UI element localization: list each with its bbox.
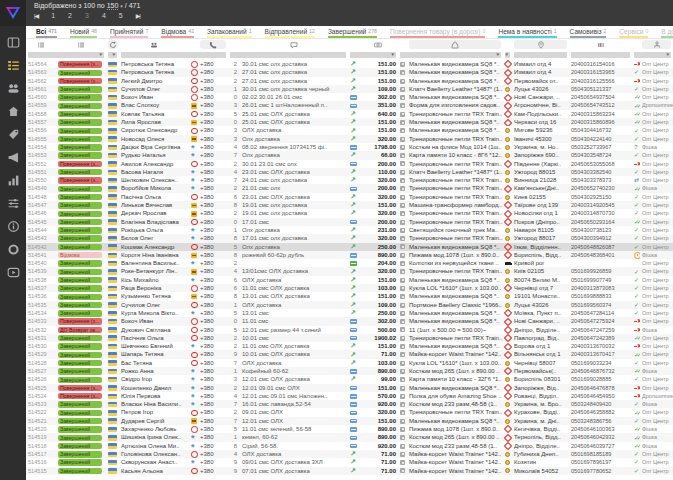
tab-Новий[interactable]: Новий48	[70, 26, 97, 38]
tab-Всі[interactable]: Всі471	[36, 26, 57, 38]
first-page-button[interactable]: |◀	[34, 12, 38, 19]
order-row[interactable]: 514522ЗавершенийПетров Ігор+380209.01 см…	[26, 408, 673, 416]
order-row[interactable]: 514525Повернення (з...Кошеленко Данил*+3…	[26, 384, 673, 392]
order-row[interactable]: 514519ЗавершенийШишкіна Ірина Олек..*+38…	[26, 433, 673, 441]
order-row[interactable]: 514554ЗавершенийДацюк Віра Сергіївна*+38…	[26, 143, 673, 151]
order-row[interactable]: 514515ЗавершенийКасьян Альона+380907.01 …	[26, 467, 673, 475]
page-button-2[interactable]: 2	[68, 12, 72, 19]
order-row[interactable]: 514535ЗавершенийСучилов Олег+3801ОЛХ дос…	[26, 301, 673, 309]
order-row[interactable]: 514562Повернення (з...Легкий Дмитро+3802…	[26, 77, 673, 85]
filter-input[interactable]	[121, 52, 226, 58]
order-row[interactable]: 514556ЗавершенийСиротюк Олександр+3803ОЛ…	[26, 126, 673, 134]
column-chat-icon[interactable]	[240, 40, 348, 49]
order-row[interactable]: 514518ЗавершенийАртюхіна Олена Ми..*+380…	[26, 442, 673, 450]
column-org-icon[interactable]	[642, 40, 671, 49]
order-row[interactable]: 514538ЗавершенийКісь Михайло*+3806ОЛХ до…	[26, 276, 673, 284]
sidebar-item-orders-icon[interactable]	[5, 58, 21, 72]
page-button-4[interactable]: 4	[102, 12, 106, 19]
order-row[interactable]: 514516ЗавершенийСкворунская Анаст..*+380…	[26, 458, 673, 466]
order-row[interactable]: 514524Повернення (з...Юлія Первова*+3804…	[26, 392, 673, 400]
sidebar-item-video-icon[interactable]	[5, 265, 21, 279]
order-row[interactable]: 514545ЗавершенийБлагінна Владіслава+3800…	[26, 218, 673, 226]
sidebar-item-contacts-icon[interactable]	[5, 81, 21, 95]
tab-В дорозі додому[interactable]: В дорозі додому0	[661, 26, 673, 38]
column-list-icon[interactable]	[26, 40, 56, 49]
app-logo[interactable]	[0, 0, 26, 26]
order-row[interactable]: 514529ЗавершенийШапарь Тетяна+380910.01 …	[26, 350, 673, 358]
column-bag-icon[interactable]	[409, 40, 501, 49]
column-refresh-icon[interactable]	[108, 40, 117, 49]
order-row[interactable]: 514533Повернення (з...Бокоч Иван+380011.…	[26, 317, 673, 325]
page-button-3[interactable]: 3	[85, 12, 89, 19]
column-users-icon[interactable]	[119, 40, 189, 49]
page-button-5[interactable]: 5	[119, 12, 123, 19]
tab-Сервіси[interactable]: Сервіси0	[619, 26, 648, 38]
column-list-icon[interactable]	[56, 40, 106, 49]
order-row[interactable]: 514558ЗавершенийКовпак Татьяна+380525.01…	[26, 110, 673, 118]
order-row[interactable]: 514528ЗавершенийБас Тетяна+3807ОЛХ доста…	[26, 359, 673, 367]
tab-Відмова[interactable]: Відмова42	[161, 26, 194, 38]
order-row[interactable]: 514534ЗавершенийКурта Микола Вікто..*+38…	[26, 309, 673, 317]
order-row[interactable]: 514542ЗавершенийКошмак Александр+3805Олх…	[26, 243, 673, 251]
order-row[interactable]: 514564Повернення (з...Петровська Тетяна+…	[26, 60, 673, 68]
order-row[interactable]: 514548ЗавершенийПасічна Ольга+380623.01 …	[26, 193, 673, 201]
filter-input[interactable]	[571, 52, 630, 58]
sidebar-item-help-icon[interactable]	[5, 242, 21, 256]
sidebar-item-announce-icon[interactable]	[5, 150, 21, 164]
order-row[interactable]: 514523ЗавершенийВласюк Ніна Васили..*+38…	[26, 400, 673, 408]
column-barcode-icon[interactable]	[569, 40, 632, 49]
last-page-button[interactable]: ▶|	[136, 12, 140, 19]
order-row[interactable]: 514544ЗавершенийРокіцька Ольга*+3801Олх …	[26, 226, 673, 234]
tab-Прийнятий[interactable]: Прийнятий7	[110, 26, 148, 38]
order-row[interactable]: 514537ЗавершенийРаца Вероніка+380611.01 …	[26, 284, 673, 292]
tab-Самовивіз[interactable]: Самовивіз2	[570, 26, 607, 38]
sidebar-item-dashboard-icon[interactable]	[5, 35, 21, 49]
filter-input[interactable]: ▼	[350, 52, 396, 58]
tab-Завершений[interactable]: Завершений278	[328, 26, 377, 38]
order-row[interactable]: 514553ЗавершенийРудько Наталья*+3807Олх …	[26, 151, 673, 159]
tab-Запакований[interactable]: Запакований1	[207, 26, 252, 38]
order-row[interactable]: 514555ЗавершенийНовосад Олеся+3803Олх до…	[26, 135, 673, 143]
filter-input[interactable]: ▼	[28, 52, 104, 58]
sidebar-item-tag-icon[interactable]	[5, 127, 21, 141]
order-row[interactable]: 514552Повернення (з...Авилов Александр+3…	[26, 160, 673, 168]
tab-Нема в наявності[interactable]: Нема в наявності1	[498, 26, 556, 38]
filter-input[interactable]	[230, 52, 346, 58]
sidebar-item-info-icon[interactable]	[5, 219, 21, 233]
order-row[interactable]: 514521ЗавершенийДударев Сергій+380712.01…	[26, 417, 673, 425]
filter-input[interactable]	[514, 52, 567, 58]
order-row[interactable]: 514550Повернення (з...Шелковин Олексан..…	[26, 176, 673, 184]
column-phone-icon[interactable]	[200, 40, 226, 49]
order-row[interactable]: 514549ЗавершенийВоробйов Микола*+380221.…	[26, 184, 673, 192]
order-row[interactable]: 514563ЗавершенийПетровська Тетяна+380227…	[26, 68, 673, 76]
order-row[interactable]: 514561ЗавершенийСучилов Олег+380130.01 с…	[26, 85, 673, 93]
order-row[interactable]: 514546ЗавершенийДеркач Ярослав+380219.01…	[26, 209, 673, 217]
filter-input[interactable]: ▼	[505, 52, 510, 58]
order-row[interactable]: 514527ЗавершенийРожко Анна*+3801Кофейный…	[26, 367, 673, 375]
sidebar-item-stats-icon[interactable]	[5, 173, 21, 187]
order-row[interactable]: 514540ЗавершенийВалентина Васильє..*+380…	[26, 259, 673, 267]
order-row[interactable]: 514532ДО Возврат ок...Дукович Світлана+3…	[26, 326, 673, 334]
order-row[interactable]: 514559ЗавершенийВлас Слоткоу+380326.01 с…	[26, 101, 673, 109]
order-row[interactable]: 514557ЗавершенийЛила Ярослав+380025.01 с…	[26, 118, 673, 126]
order-row[interactable]: 514543ЗавершенийБєлов Олег*+380817.01 см…	[26, 234, 673, 242]
order-row[interactable]: 514530ЗавершенийШевченко Евгений*+380211…	[26, 342, 673, 350]
order-row[interactable]: 514517ЗавершенийГоловінова Олексан..+380…	[26, 450, 673, 458]
order-row[interactable]: 514536ЗавершенийКузьменко Тетяна+380813.…	[26, 292, 673, 300]
sidebar-item-sliders-icon[interactable]	[5, 196, 21, 210]
page-button-1[interactable]: 1	[51, 12, 55, 19]
filter-input[interactable]: ▼	[400, 52, 501, 58]
order-row[interactable]: 514520ЗавершенийЗахарченко Любовь+380511…	[26, 425, 673, 433]
order-row[interactable]: 514541ВідмоваКоротя Ніна Іванівна+3808ро…	[26, 251, 673, 259]
order-row[interactable]: 514551ЗавершенийБасова Наталя*+380423.01…	[26, 168, 673, 176]
filter-input[interactable]: ▼	[634, 52, 671, 58]
tab-Відправлений[interactable]: Відправлений12	[265, 26, 315, 38]
column-pin-icon[interactable]	[514, 40, 567, 49]
order-row[interactable]: 514560ЗавершенийБокоч Иван+380002.02 30.…	[26, 93, 673, 101]
page-size-selector[interactable]: 150	[107, 2, 119, 10]
column-banknote-icon[interactable]	[358, 40, 398, 49]
order-row[interactable]: 514539ЗавершенийРоке-Бетанкурт Лін..+380…	[26, 267, 673, 275]
sidebar-item-company-icon[interactable]	[5, 104, 21, 118]
order-row[interactable]: 514526ЗавершенийСвідро Ігор*+380312.01 с…	[26, 375, 673, 383]
order-row[interactable]: 514547ЗавершенийЛиньков Вячеслав+380819.…	[26, 201, 673, 209]
